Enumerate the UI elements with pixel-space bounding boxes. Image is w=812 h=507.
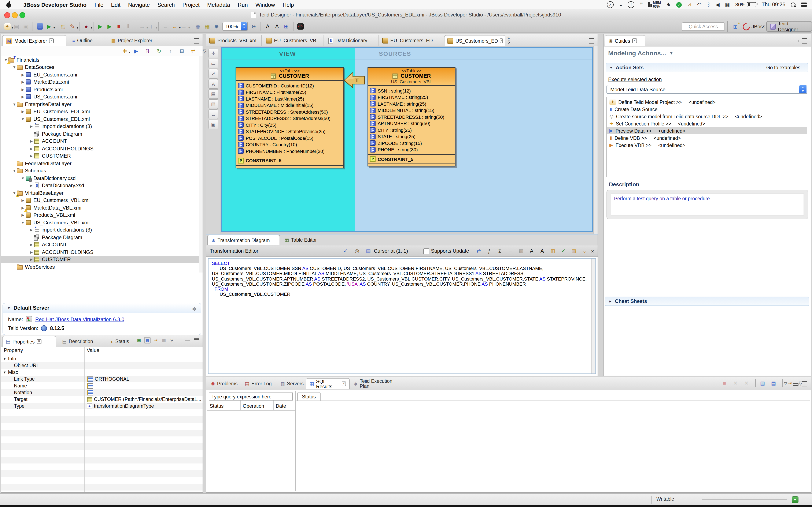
results-column-date[interactable]: Date xyxy=(276,403,286,408)
column-row[interactable]: CPOSTALCODE : PostalCode(15) xyxy=(238,135,341,141)
tab-servers[interactable]: ▥Servers xyxy=(277,378,305,389)
zoom-out-button[interactable]: ⊖ xyxy=(250,22,258,31)
section-expand-icon[interactable]: ▼ xyxy=(608,299,612,303)
time-machine-icon[interactable]: ✓ xyxy=(607,1,614,8)
editor-tab-overflow[interactable]: »5 xyxy=(507,36,510,44)
column-row[interactable]: CFIRSTNAME : FirstName(25) xyxy=(238,89,341,96)
tab-us-customers-ed[interactable]: US_Customers_ED× xyxy=(444,35,505,46)
tree-item-eu-customers-edl-xmi[interactable]: ▶EU_Customers_EDL.xmi xyxy=(1,108,199,115)
property-row-name[interactable]: Name xyxy=(1,382,203,389)
expression-button[interactable]: Σ xyxy=(496,247,504,255)
collapsed-arrow-icon[interactable]: ▶ xyxy=(21,110,25,114)
tab-transformation-diagram[interactable]: ⊞Transformation Diagram xyxy=(207,235,280,245)
collapsed-arrow-icon[interactable]: ▶ xyxy=(29,183,34,188)
debug-button[interactable]: ▶ xyxy=(105,22,114,31)
tab-properties[interactable]: ▤Properties× xyxy=(2,336,56,347)
minimize-icon[interactable] xyxy=(580,40,585,42)
new-model-button[interactable]: ✚▾ xyxy=(121,47,129,55)
tree-item-account[interactable]: ▶ACCOUNT xyxy=(1,241,199,248)
column-row[interactable]: CAPTNUMBER : string(50) xyxy=(370,120,453,127)
collapsed-arrow-icon[interactable]: ▶ xyxy=(29,139,34,144)
collapsed-arrow-icon[interactable]: ▶ xyxy=(21,95,25,99)
diagram-palette-button-2[interactable]: ▭ xyxy=(208,59,218,68)
results-column-operation[interactable]: Operation xyxy=(243,403,264,408)
open-resource-button[interactable]: ▨ xyxy=(59,22,67,31)
dropdown-stepper-icon[interactable]: ▲▼ xyxy=(799,86,807,93)
nav-prev-button[interactable]: ≡ xyxy=(506,247,515,255)
back-history-button[interactable]: ←▾ xyxy=(170,22,179,31)
tree-item-import-declarations-3-[interactable]: ▶import declarations (3) xyxy=(1,123,199,130)
suspend-button[interactable]: ‖ xyxy=(124,22,133,31)
execute-selected-action-link[interactable]: Execute selected action xyxy=(608,76,662,82)
go-to-examples-link[interactable]: Go to examples... xyxy=(766,65,804,70)
template-button[interactable]: ▥ xyxy=(549,247,557,255)
run-external-button[interactable]: ▶▾ xyxy=(45,22,53,31)
doc-view-button[interactable]: ▤ xyxy=(769,379,778,387)
expanded-arrow-icon[interactable]: ▼ xyxy=(12,65,16,69)
stop-button[interactable]: ■ xyxy=(115,22,123,31)
apple-menu-icon[interactable] xyxy=(6,2,11,8)
criteria-button[interactable]: ▤ xyxy=(364,247,372,255)
new-property-icon[interactable]: ▣ xyxy=(136,337,142,343)
menu-metadata[interactable]: Metadata xyxy=(203,1,234,8)
tree-item-eu-customers-xmi[interactable]: ▶EU_Customers.xmi xyxy=(1,71,199,78)
action-define-vdb-[interactable]: ▮Define VDB >><undefined> xyxy=(607,134,807,142)
column-row[interactable]: CSTATEPROVINCE : StateProvince(25) xyxy=(238,128,341,135)
breakpoint-button[interactable]: ●▾ xyxy=(82,22,91,31)
tree-item-enterprisedatalayer[interactable]: ▼EnterpriseDataLayer xyxy=(1,101,199,108)
tab-teiid-execution-plan[interactable]: ◆Teiid Execution Plan xyxy=(351,378,405,389)
tab-datadictionary-[interactable]: SDataDictionary. xyxy=(325,35,378,46)
tree-item-virtualbaselayer[interactable]: ▼VirtualBaseLayer xyxy=(1,189,199,197)
rhino-icon[interactable]: ♞ xyxy=(666,0,671,9)
docker-icon[interactable]: ◒ xyxy=(619,0,622,9)
preview-data-button[interactable]: ▶ xyxy=(133,47,140,55)
tree-item-products-xmi[interactable]: ▶Products.xmi xyxy=(1,86,199,93)
property-row-misc[interactable]: ▼Misc xyxy=(1,369,203,376)
minimize-icon[interactable] xyxy=(793,383,799,386)
teiid-connection-icon[interactable]: ⌁ xyxy=(792,496,799,503)
collapsed-arrow-icon[interactable]: ▶ xyxy=(29,250,34,255)
minimize-icon[interactable] xyxy=(793,40,799,42)
column-row[interactable]: CLASTNAME : string(25) xyxy=(370,101,453,107)
column-row[interactable]: CCITY : string(25) xyxy=(370,127,453,133)
expanded-arrow-icon[interactable]: ▼ xyxy=(21,221,25,225)
modeling-actions-heading[interactable]: Modeling Actions...▼ xyxy=(608,49,673,57)
diagram-palette-button-6[interactable]: ▧ xyxy=(208,99,218,109)
collapsed-arrow-icon[interactable]: ▶ xyxy=(21,199,25,203)
maximize-icon[interactable] xyxy=(802,38,807,44)
tab-project-explorer[interactable]: ▨Project Explorer xyxy=(108,35,167,46)
menubar-clock[interactable]: Thu 09:26 xyxy=(761,2,785,8)
server-settings-gear-icon[interactable]: ✻ xyxy=(192,306,197,312)
collapse-triangle-icon[interactable]: ▼ xyxy=(7,306,11,310)
column-row[interactable]: CPHONENUMBER : PhoneNumber(30) xyxy=(238,148,341,155)
vpn-check-icon[interactable]: ✓ xyxy=(676,2,682,7)
collapsed-arrow-icon[interactable]: ▶ xyxy=(29,154,34,158)
diagram-palette-button-8[interactable]: ▣ xyxy=(208,120,218,129)
tree-item-us-customers-xmi[interactable]: ▶US_Customers.xmi xyxy=(1,93,199,101)
onepassword-icon[interactable]: ! xyxy=(628,1,635,8)
close-icon[interactable]: × xyxy=(37,339,42,344)
menu-edit[interactable]: Edit xyxy=(107,1,124,8)
transformation-arrow[interactable]: T xyxy=(343,72,365,89)
tree-item-customer[interactable]: ▶CUSTOMER xyxy=(1,152,199,160)
expanded-arrow-icon[interactable]: ▼ xyxy=(12,169,16,173)
action-create-data-source[interactable]: ▮Create Data Source xyxy=(607,106,807,113)
collapsed-arrow-icon[interactable]: ▶ xyxy=(29,124,34,129)
maximize-icon[interactable] xyxy=(194,338,199,344)
volume-icon[interactable]: ◀ xyxy=(716,0,719,9)
group-arrow-icon[interactable]: ▼ xyxy=(1,370,8,374)
tab-guides[interactable]: ◉Guides× xyxy=(605,35,645,46)
bluetooth-icon[interactable]: ᛒ xyxy=(707,0,710,9)
collapsed-arrow-icon[interactable]: ▶ xyxy=(21,213,25,217)
tree-item-marketdata-vbl-xmi[interactable]: ▶MarketData_VBL.xmi xyxy=(1,204,199,212)
tree-item-marketdata-xmi[interactable]: ▶MarketData.xmi xyxy=(1,78,199,86)
column-row[interactable]: CLASTNAME : LastName(25) xyxy=(238,96,341,102)
save-all-button[interactable]: ▣ xyxy=(21,22,30,31)
upload-button[interactable]: ↑ xyxy=(167,47,174,55)
server-link[interactable]: Red Hat JBoss Data Virtualization 6.3.0 xyxy=(35,316,124,322)
supports-update-checkbox[interactable] xyxy=(423,248,429,255)
section-collapse-icon[interactable]: ▼ xyxy=(609,66,613,69)
reconcile-button[interactable]: ⇄ xyxy=(474,247,483,255)
tree-item-financials[interactable]: ▼TFinancials xyxy=(1,56,199,64)
column-row[interactable]: CMIDDLENAME : MiddleInitial(15) xyxy=(238,102,341,109)
